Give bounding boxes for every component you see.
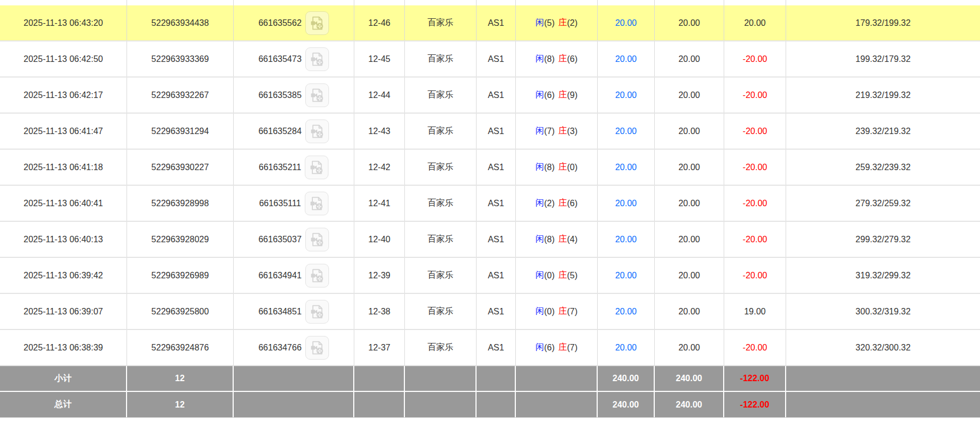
cell-balance: 299.32/279.32 [786, 222, 980, 257]
banker-score: (7) [567, 307, 578, 317]
cell-valid-amount: 20.00 [655, 186, 724, 221]
cell-table: AS1 [477, 114, 516, 149]
cell-bet-amount: 20.00 [598, 294, 655, 329]
cell-bet-id: 522963926989 [127, 258, 234, 293]
total-row: 总计 12 240.00 240.00 -122.00 [0, 392, 980, 418]
video-replay-button[interactable] [305, 300, 329, 324]
video-replay-button[interactable] [305, 47, 329, 71]
banker-score: (6) [567, 54, 578, 64]
banker-score: (7) [567, 343, 578, 353]
cell-bet-id: 522963930227 [127, 150, 234, 185]
cell-win-loss: 20.00 [724, 5, 786, 40]
banker-score: (4) [567, 235, 578, 244]
table-row[interactable]: 2025-11-13 06:39:07 522963925800 6616348… [0, 294, 980, 330]
round-id-text: 661634766 [258, 343, 302, 353]
banker-result: 庄(4) [558, 234, 578, 245]
cell-bet-id: 522963933369 [127, 41, 234, 76]
banker-label: 庄 [558, 306, 567, 317]
banker-result: 庄(6) [558, 53, 578, 65]
player-label: 闲 [535, 125, 544, 137]
player-result: 闲(7) [535, 125, 555, 137]
video-replay-button[interactable] [305, 336, 329, 360]
cell-round-id: 661635562 [234, 5, 354, 40]
table-row[interactable]: 2025-11-13 06:40:13 522963928029 6616350… [0, 222, 980, 258]
table-body: 2025-11-13 06:43:20 522963934438 6616355… [0, 5, 980, 366]
table-row[interactable]: 2025-11-13 06:39:42 522963926989 6616349… [0, 258, 980, 294]
cell-valid-amount: 20.00 [655, 150, 724, 185]
cell-result [516, 0, 598, 5]
cell-result: 闲(6) 庄(7) [516, 330, 598, 365]
banker-result: 庄(2) [558, 17, 578, 29]
cell-balance: 279.32/259.32 [786, 186, 980, 221]
cell-table [477, 0, 516, 5]
cell-win-loss: -20.00 [724, 78, 786, 113]
cell-bet-id: 522963928029 [127, 222, 234, 257]
cell-balance: 320.32/300.32 [786, 330, 980, 365]
player-label: 闲 [535, 342, 544, 353]
cell-bet-id: 522963931294 [127, 114, 234, 149]
cell-valid-amount: 20.00 [655, 258, 724, 293]
cell-valid-amount: 20.00 [655, 330, 724, 365]
table-row-partial [0, 0, 980, 5]
video-replay-button[interactable] [305, 120, 329, 143]
cell-game: 百家乐 [405, 5, 477, 40]
player-score: (2) [544, 199, 555, 208]
cell-time: 2025-11-13 06:42:17 [0, 78, 127, 113]
subtotal-bet-amount: 240.00 [598, 366, 655, 391]
table-row[interactable]: 2025-11-13 06:41:47 522963931294 6616352… [0, 114, 980, 150]
table-row[interactable]: 2025-11-13 06:42:50 522963933369 6616354… [0, 41, 980, 78]
table-row[interactable]: 2025-11-13 06:38:39 522963924876 6616347… [0, 330, 980, 366]
video-replay-button[interactable] [305, 156, 328, 179]
cell-balance: 179.32/199.32 [786, 5, 980, 40]
cell-bet-amount: 20.00 [598, 330, 655, 365]
total-label: 总计 [0, 392, 127, 417]
player-label: 闲 [535, 17, 544, 29]
cell-balance: 300.32/319.32 [786, 294, 980, 329]
cell-result: 闲(8) 庄(6) [516, 41, 598, 76]
cell-round-id: 661635037 [234, 222, 354, 257]
player-label: 闲 [535, 198, 544, 209]
cell-game [405, 0, 477, 5]
video-replay-button[interactable] [305, 264, 329, 287]
video-replay-button[interactable] [305, 11, 329, 35]
video-replay-button[interactable] [305, 228, 329, 251]
table-row[interactable]: 2025-11-13 06:43:20 522963934438 6616355… [0, 5, 980, 41]
cell-game: 百家乐 [405, 114, 477, 149]
cell-valid-amount: 20.00 [655, 294, 724, 329]
cell-result: 闲(6) 庄(9) [516, 78, 598, 113]
cell-table: AS1 [477, 330, 516, 365]
cell-table: AS1 [477, 150, 516, 185]
player-label: 闲 [535, 234, 544, 245]
cell-balance: 219.32/199.32 [786, 78, 980, 113]
table-row[interactable]: 2025-11-13 06:41:18 522963930227 6616352… [0, 150, 980, 186]
subtotal-count: 12 [127, 366, 234, 391]
cell-game: 百家乐 [405, 222, 477, 257]
player-result: 闲(0) [535, 306, 555, 317]
subtotal-empty [477, 366, 516, 391]
video-replay-button[interactable] [305, 192, 328, 215]
cell-win-loss: -20.00 [724, 41, 786, 76]
player-result: 闲(6) [535, 89, 555, 101]
cell-result: 闲(0) 庄(7) [516, 294, 598, 329]
player-result: 闲(2) [535, 198, 555, 209]
cell-time: 2025-11-13 06:39:07 [0, 294, 127, 329]
subtotal-empty [234, 366, 354, 391]
video-replay-button[interactable] [305, 83, 329, 107]
subtotal-empty [405, 366, 477, 391]
banker-result: 庄(0) [558, 162, 578, 173]
banker-label: 庄 [558, 342, 567, 353]
cell-bet-id: 522963934438 [127, 5, 234, 40]
cell-win-loss: -20.00 [724, 150, 786, 185]
cell-game: 百家乐 [405, 186, 477, 221]
banker-label: 庄 [558, 125, 567, 137]
cell-game: 百家乐 [405, 150, 477, 185]
table-row[interactable]: 2025-11-13 06:42:17 522963932267 6616353… [0, 78, 980, 114]
player-score: (8) [544, 163, 555, 172]
cell-bet-amount: 20.00 [598, 78, 655, 113]
subtotal-empty [786, 366, 980, 391]
cell-round-no: 12-40 [354, 222, 405, 257]
table-row[interactable]: 2025-11-13 06:40:41 522963928998 6616351… [0, 186, 980, 222]
total-empty [234, 392, 354, 417]
cell-valid-amount: 20.00 [655, 41, 724, 76]
video-record-icon [310, 16, 325, 31]
